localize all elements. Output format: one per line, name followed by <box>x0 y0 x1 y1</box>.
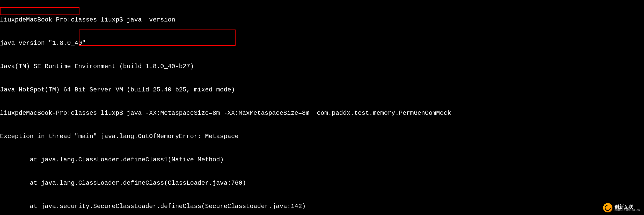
watermark-title: 创新互联 <box>614 204 640 209</box>
terminal-line: liuxpdeMacBook-Pro:classes liuxp$ java -… <box>0 109 644 117</box>
watermark-logo-icon <box>603 203 612 212</box>
watermark-subtitle: CHUANGXIN HULIAN <box>614 209 640 211</box>
terminal-line: at java.security.SecureClassLoader.defin… <box>0 203 644 210</box>
watermark-text: 创新互联 CHUANGXIN HULIAN <box>614 204 640 211</box>
terminal-line: Exception in thread "main" java.lang.Out… <box>0 133 644 140</box>
terminal-line: at java.lang.ClassLoader.defineClass1(Na… <box>0 156 644 164</box>
watermark: 创新互联 CHUANGXIN HULIAN <box>603 203 640 212</box>
terminal-line: at java.lang.ClassLoader.defineClass(Cla… <box>0 179 644 187</box>
terminal-line: liuxpdeMacBook-Pro:classes liuxp$ java -… <box>0 16 644 24</box>
terminal-line: java version "1.8.0_40" <box>0 39 644 47</box>
terminal-line: Java(TM) SE Runtime Environment (build 1… <box>0 63 644 70</box>
highlight-annotation-version <box>0 7 79 15</box>
terminal-output: liuxpdeMacBook-Pro:classes liuxp$ java -… <box>0 1 644 215</box>
terminal-line: Java HotSpot(TM) 64-Bit Server VM (build… <box>0 86 644 94</box>
